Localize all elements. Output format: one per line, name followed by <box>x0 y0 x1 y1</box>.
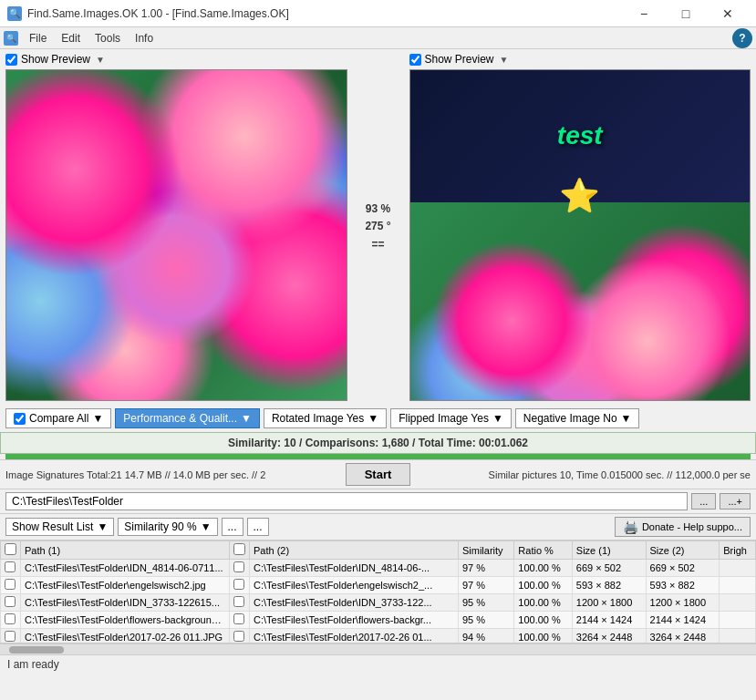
row-brigh <box>720 560 756 577</box>
menu-file[interactable]: File <box>22 30 54 46</box>
table-body: C:\TestFiles\TestFolder\IDN_4814-06-0711… <box>1 560 756 644</box>
row-size1: 3264 × 2448 <box>572 629 646 644</box>
row-path1: C:\TestFiles\TestFolder\IDN_4814-06-0711… <box>21 560 230 577</box>
row-check1[interactable] <box>5 631 16 642</box>
compare-all-checkbox[interactable] <box>14 413 26 425</box>
select-all-2-checkbox[interactable] <box>233 543 245 555</box>
status-ready: I am ready <box>7 658 59 671</box>
negative-button[interactable]: Negative Image No ▼ <box>515 408 640 428</box>
show-preview-left-checkbox[interactable] <box>5 54 17 66</box>
preview-left-header: Show Preview ▼ <box>5 53 347 66</box>
similarity-arrow: ▼ <box>201 520 212 533</box>
flower-image-right: test ⭐ <box>410 70 751 400</box>
row-size2: 669 × 502 <box>646 560 720 577</box>
row-path1: C:\TestFiles\TestFolder\flowers-backgrou… <box>21 612 230 629</box>
row-check2-cell <box>229 560 249 577</box>
row-check2[interactable] <box>233 579 244 590</box>
select-all-checkbox[interactable] <box>5 543 16 555</box>
preview-left-dropdown-arrow[interactable]: ▼ <box>96 55 105 65</box>
row-path2: C:\TestFiles\TestFolder\IDN_4814-06-... <box>249 560 458 577</box>
th-path1: Path (1) <box>21 541 230 560</box>
flipped-label: Flipped Image Yes <box>399 412 489 425</box>
row-ratio: 100.00 % <box>514 612 573 629</box>
menubar: 🔍 File Edit Tools Info ? <box>0 27 756 49</box>
row-check1[interactable] <box>5 579 16 590</box>
close-button[interactable]: ✕ <box>707 0 749 27</box>
row-similarity: 95 % <box>458 594 513 612</box>
results-table: Path (1) Path (2) Similarity Ratio % Siz… <box>0 540 756 643</box>
preview-right-dropdown-arrow[interactable]: ▼ <box>500 55 509 65</box>
start-button[interactable]: Start <box>346 463 411 486</box>
comparison-middle: 93 % 275 ° == <box>351 53 406 401</box>
scrollbar-thumb[interactable] <box>9 646 64 654</box>
row-check2[interactable] <box>233 613 244 624</box>
row-check1-cell <box>1 612 21 629</box>
more2-button[interactable]: ... <box>247 518 269 536</box>
row-ratio: 100.00 % <box>514 594 573 612</box>
row-brigh <box>720 629 756 644</box>
table-row[interactable]: C:\TestFiles\TestFolder\IDN_3733-122615.… <box>1 594 756 612</box>
row-size2: 1200 × 1800 <box>646 594 720 612</box>
row-similarity: 94 % <box>458 629 513 644</box>
maximize-button[interactable]: □ <box>665 0 707 27</box>
table-row[interactable]: C:\TestFiles\TestFolder\2017-02-26 011.J… <box>1 629 756 644</box>
status-text: Similarity: 10 / Comparisons: 1,680 / To… <box>228 437 528 449</box>
th-similarity: Similarity <box>458 541 513 560</box>
row-check2[interactable] <box>233 596 244 607</box>
minimize-button[interactable]: − <box>623 0 665 27</box>
donate-button[interactable]: 🖨️ Donate - Help suppo... <box>615 517 751 537</box>
table-row[interactable]: C:\TestFiles\TestFolder\IDN_4814-06-0711… <box>1 560 756 577</box>
main-content: Show Preview ▼ 93 % 275 ° == Show Previe… <box>0 49 756 674</box>
show-result-label: Show Result List <box>12 520 93 533</box>
menu-edit[interactable]: Edit <box>54 30 88 46</box>
row-brigh <box>720 612 756 629</box>
show-result-button[interactable]: Show Result List ▼ <box>5 518 114 536</box>
rotated-button[interactable]: Rotated Image Yes ▼ <box>264 408 387 428</box>
show-preview-right-label: Show Preview <box>425 53 494 66</box>
test-label: test <box>557 121 603 150</box>
path-input[interactable] <box>5 492 688 510</box>
show-preview-left-label: Show Preview <box>21 53 90 66</box>
row-check2[interactable] <box>233 561 244 572</box>
table-row[interactable]: C:\TestFiles\TestFolder\engelswisch2.jpg… <box>1 577 756 594</box>
th-size1: Size (1) <box>572 541 646 560</box>
preview-left-image <box>5 69 347 401</box>
row-check2-cell <box>229 577 249 594</box>
donate-label: Donate - Help suppo... <box>642 521 742 532</box>
row-check1[interactable] <box>5 561 16 572</box>
flower-area-right <box>410 202 751 400</box>
compare-all-button[interactable]: Compare All ▼ <box>5 408 111 428</box>
table-row[interactable]: C:\TestFiles\TestFolder\flowers-backgrou… <box>1 612 756 629</box>
menu-tools[interactable]: Tools <box>88 30 128 46</box>
info-text-right: Similar pictures 10, Time 0.015000 sec. … <box>416 469 751 480</box>
show-preview-right-checkbox[interactable] <box>409 54 421 66</box>
flipped-button[interactable]: Flipped Image Yes ▼ <box>390 408 512 428</box>
row-path1: C:\TestFiles\TestFolder\engelswisch2.jpg <box>21 577 230 594</box>
info-bar: Image Signatures Total:21 14.7 MB // 14.… <box>0 459 756 489</box>
th-check2 <box>229 541 249 560</box>
more1-button[interactable]: ... <box>222 518 243 536</box>
similarity-button[interactable]: Similarity 90 % ▼ <box>118 518 217 536</box>
row-check2[interactable] <box>233 631 244 642</box>
row-check1-cell <box>1 560 21 577</box>
path-add-button[interactable]: ...+ <box>720 493 751 510</box>
table-header-row: Path (1) Path (2) Similarity Ratio % Siz… <box>1 541 756 560</box>
path-browse-button[interactable]: ... <box>691 493 716 510</box>
row-check1-cell <box>1 577 21 594</box>
show-result-arrow: ▼ <box>97 520 108 533</box>
th-path2: Path (2) <box>249 541 458 560</box>
row-check1[interactable] <box>5 596 16 607</box>
result-controls: Show Result List ▼ Similarity 90 % ▼ ...… <box>0 514 756 540</box>
th-ratio: Ratio % <box>514 541 573 560</box>
row-size1: 669 × 502 <box>572 560 646 577</box>
row-size2: 2144 × 1424 <box>646 612 720 629</box>
row-check1[interactable] <box>5 613 16 624</box>
results-table-container[interactable]: Path (1) Path (2) Similarity Ratio % Siz… <box>0 540 756 643</box>
performance-button[interactable]: Performance & Qualit... ▼ <box>115 408 260 428</box>
titlebar-title: Find.Same.Images.OK 1.00 - [Find.Same.Im… <box>27 7 289 20</box>
menu-info[interactable]: Info <box>128 30 161 46</box>
horizontal-scrollbar[interactable] <box>0 643 756 654</box>
donate-icon: 🖨️ <box>623 520 638 534</box>
help-button[interactable]: ? <box>732 28 752 48</box>
row-ratio: 100.00 % <box>514 560 573 577</box>
